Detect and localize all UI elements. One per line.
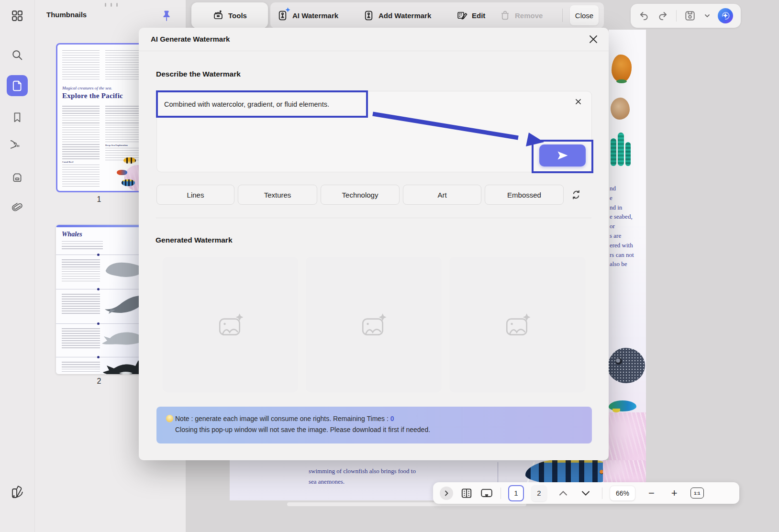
style-tags-row: Lines Textures Technology Art Embossed <box>156 185 564 205</box>
describe-heading: Describe the Watermark <box>156 70 241 78</box>
lightbulb-icon <box>166 415 173 422</box>
page-layout-icon[interactable] <box>460 487 473 499</box>
thumb2-title: Whales <box>62 231 82 238</box>
tools-icon <box>212 10 224 21</box>
app-sidebar <box>0 0 35 532</box>
thumb1-subhead-coral-reef: Coral Reef <box>62 161 73 163</box>
remaining-times-count: 0 <box>390 415 394 422</box>
save-options-chevron-icon[interactable] <box>704 12 711 19</box>
organize-pages-icon[interactable] <box>7 167 28 188</box>
pufferfish-image <box>609 348 645 383</box>
edit-button[interactable]: Edit <box>456 2 485 28</box>
expand-toolbar-icon[interactable] <box>440 487 453 500</box>
tag-textures[interactable]: Textures <box>238 185 317 205</box>
zoom-out-button[interactable]: − <box>648 488 655 498</box>
ai-generate-watermark-modal: AI Generate Watermark Describe the Water… <box>139 28 609 460</box>
watermark-placeholder-2[interactable] <box>306 257 442 392</box>
thumb1-striped-fish <box>122 179 135 186</box>
remove-button[interactable]: Remove <box>499 2 543 28</box>
generate-send-button[interactable] <box>539 144 586 166</box>
sidebar-item-thumbnails[interactable] <box>7 75 28 96</box>
tag-lines[interactable]: Lines <box>156 185 234 205</box>
toolbar-divider <box>562 9 563 22</box>
modal-close-icon[interactable] <box>587 33 600 46</box>
save-icon[interactable] <box>684 10 696 22</box>
page-2-number: 2 <box>56 377 142 386</box>
redo-icon[interactable] <box>657 10 668 22</box>
thumb1-text-block <box>62 50 100 81</box>
tag-technology[interactable]: Technology <box>321 185 400 205</box>
panel-drag-handle[interactable] <box>105 3 118 7</box>
orange-coral-image <box>612 55 632 82</box>
quick-actions-group <box>631 4 741 28</box>
remove-trash-icon <box>499 10 511 22</box>
refresh-tags-icon[interactable] <box>570 189 582 200</box>
note-line-2: Closing this pop-up window will not save… <box>175 424 430 435</box>
pufferfish-eye <box>615 358 622 365</box>
page-navigation-bar: 1 2 66% − + 1:1 <box>433 482 739 504</box>
tag-art[interactable]: Art <box>403 185 481 205</box>
ai-watermark-icon <box>277 10 289 22</box>
page-1-number: 1 <box>56 195 142 204</box>
page-thumbnail-2[interactable]: Whales <box>56 225 152 374</box>
thumb1-blue-fish <box>117 170 127 175</box>
modal-section-divider <box>156 218 591 218</box>
presentation-mode-icon[interactable] <box>480 487 493 499</box>
toolbar-close-button[interactable]: Close <box>570 5 599 25</box>
bottom-bar-divider <box>602 488 602 499</box>
thumb2-text-block <box>62 241 103 250</box>
page-1-chip[interactable]: 1 <box>508 485 524 501</box>
comment-icon[interactable] <box>7 136 28 157</box>
thumb1-eyebrow: Magical creatures of the sea. <box>62 86 112 90</box>
undo-icon[interactable] <box>638 10 650 22</box>
actual-size-button[interactable]: 1:1 <box>690 488 704 499</box>
thumb2-text-block <box>62 328 100 349</box>
attachment-icon[interactable] <box>7 197 28 218</box>
app-logo <box>7 481 28 502</box>
annotation-arrow <box>371 110 548 150</box>
watermark-placeholder-3[interactable] <box>449 257 586 392</box>
pin-panel-icon[interactable] <box>161 10 172 22</box>
add-watermark-button[interactable]: Add Watermark <box>363 2 431 28</box>
thumb1-subhead-deepsea: Deep-Sea Exploration <box>105 144 128 146</box>
note-line-1: Note : generate each image will consume … <box>175 413 430 424</box>
zoom-in-button[interactable]: + <box>671 488 678 498</box>
next-page-chevron-icon[interactable] <box>581 490 590 496</box>
bottom-bar-divider <box>501 488 501 499</box>
add-watermark-icon <box>363 10 375 22</box>
coral-base <box>616 79 627 83</box>
thumb1-text-block <box>105 50 143 81</box>
ai-assistant-logo[interactable] <box>718 8 733 23</box>
toolbar-close-label: Close <box>575 11 593 20</box>
search-icon[interactable] <box>7 44 28 66</box>
edit-icon <box>456 10 468 22</box>
ai-watermark-label: AI Watermark <box>292 11 338 20</box>
quick-actions-divider <box>676 10 677 22</box>
thumb2-text-block <box>62 294 100 315</box>
thumb1-text-block <box>105 106 143 142</box>
generated-heading: Generated Watermark <box>156 236 233 244</box>
thumb2-text-block <box>62 362 100 372</box>
page-2-chip[interactable]: 2 <box>531 485 547 501</box>
clear-prompt-icon[interactable] <box>573 97 583 106</box>
generated-watermark-grid <box>163 257 586 392</box>
thumb1-text-block <box>62 165 100 188</box>
page-thumbnail-1[interactable]: Magical creatures of the sea. Explore th… <box>56 43 152 192</box>
watermark-placeholder-1[interactable] <box>163 257 298 392</box>
document-caption: swimming of clownfish also brings food t… <box>309 466 416 487</box>
document-text-fragments: nd e nd in e seabed, or s are ered with … <box>610 184 634 269</box>
thumb1-text-block <box>62 106 100 159</box>
tools-tab[interactable]: Tools <box>191 2 268 28</box>
tools-label: Tools <box>228 11 247 20</box>
teal-coral-image <box>611 133 631 166</box>
zoom-level-display[interactable]: 66% <box>610 486 635 501</box>
thumb1-yellow-fish <box>123 157 136 164</box>
previous-page-chevron-icon[interactable] <box>559 490 568 496</box>
tag-embossed[interactable]: Embossed <box>485 185 564 205</box>
modal-header-divider <box>139 51 609 51</box>
grid-menu-icon[interactable] <box>7 5 28 26</box>
thumb2-text-block <box>62 259 100 282</box>
bookmark-icon[interactable] <box>7 107 28 128</box>
ai-watermark-button[interactable]: AI Watermark <box>277 2 338 28</box>
panel-title: Thumbnails <box>46 11 87 19</box>
